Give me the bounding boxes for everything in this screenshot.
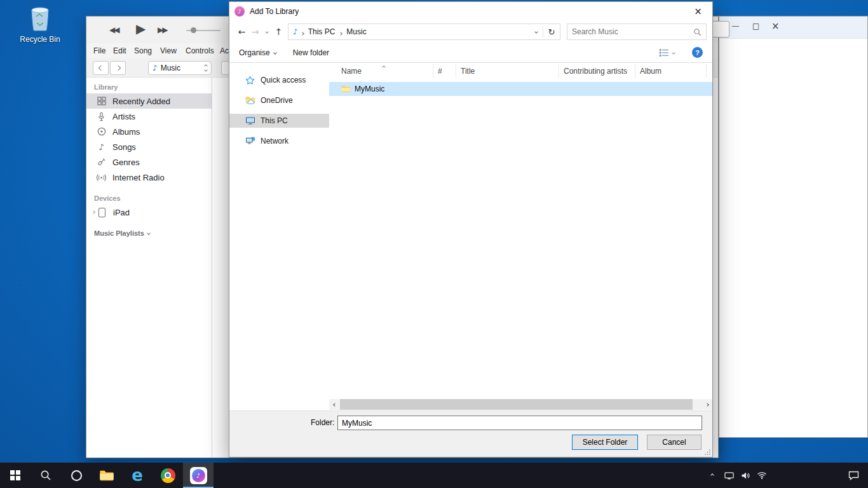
breadcrumb-this-pc[interactable]: This PC xyxy=(307,27,337,36)
recycle-bin[interactable]: Recycle Bin xyxy=(17,5,63,44)
nav-item-quick-access[interactable]: Quick access xyxy=(229,73,329,87)
sidebar-item-recently-added[interactable]: Recently Added xyxy=(86,93,212,109)
sidebar-item-songs[interactable]: ♪ Songs xyxy=(86,139,212,154)
previous-track-button[interactable]: ◀◀ xyxy=(109,25,118,34)
itunes-forward-button[interactable] xyxy=(110,61,126,75)
play-button[interactable]: ▶ xyxy=(136,21,146,36)
refresh-button[interactable]: ↻ xyxy=(543,27,560,37)
address-dropdown-button[interactable] xyxy=(530,30,543,33)
menu-view[interactable]: View xyxy=(160,46,177,55)
folder-icon xyxy=(341,85,351,93)
scrollbar-thumb[interactable] xyxy=(340,399,693,410)
navigation-pane: Quick access OneDrive This PC Network xyxy=(229,64,329,410)
dialog-navigation-bar: ← → ↑ ♪ This PC Music ↻ xyxy=(229,21,712,43)
dialog-titlebar: ♪ Add To Library × xyxy=(229,2,712,21)
sidebar-item-albums[interactable]: Albums xyxy=(86,124,212,139)
itunes-taskbar-button[interactable]: ♪ xyxy=(183,463,214,488)
media-picker[interactable]: ♪ Music xyxy=(148,61,212,75)
music-note-icon: ♪ xyxy=(293,27,298,36)
disclosure-chevron-icon[interactable] xyxy=(90,211,97,214)
volume-knob[interactable] xyxy=(191,27,196,33)
forward-button[interactable]: → xyxy=(248,27,262,37)
network-icon xyxy=(245,137,255,146)
next-track-button[interactable]: ▶▶ xyxy=(158,25,166,34)
wifi-tray-icon[interactable] xyxy=(754,471,770,479)
note-icon: ♪ xyxy=(96,142,107,152)
menu-song[interactable]: Song xyxy=(134,46,152,55)
cancel-button[interactable]: Cancel xyxy=(647,435,702,450)
select-folder-button[interactable]: Select Folder xyxy=(572,435,638,450)
folder-label: Folder: xyxy=(311,418,334,427)
dialog-title: Add To Library xyxy=(250,7,299,16)
column-header-title[interactable]: Title xyxy=(456,64,559,78)
system-tray xyxy=(704,463,868,488)
column-header-contributing-artists[interactable]: Contributing artists xyxy=(559,64,635,78)
up-button[interactable]: ↑ xyxy=(272,27,285,37)
back-button[interactable]: ← xyxy=(235,27,248,37)
column-header-number[interactable]: # xyxy=(433,64,456,78)
volume-tray-icon[interactable] xyxy=(737,471,754,480)
nav-item-network[interactable]: Network xyxy=(229,134,329,148)
taskbar: e ♪ xyxy=(0,463,868,488)
start-button[interactable] xyxy=(0,463,31,488)
menu-account[interactable]: Ac xyxy=(220,46,229,55)
taskbar-search-button[interactable] xyxy=(31,463,61,488)
maximize-button[interactable]: □ xyxy=(752,22,759,30)
background-window-box xyxy=(712,21,729,37)
breadcrumb-music[interactable]: Music xyxy=(345,27,367,36)
add-to-library-dialog: ♪ Add To Library × ← → ↑ ♪ This PC Music… xyxy=(229,1,713,458)
microphone-icon xyxy=(96,112,107,121)
help-button[interactable]: ? xyxy=(692,47,703,58)
menu-file[interactable]: File xyxy=(93,46,105,55)
folder-input[interactable] xyxy=(337,416,702,430)
column-header-name[interactable]: Name xyxy=(329,64,433,78)
dialog-close-button[interactable]: × xyxy=(684,2,712,21)
menu-edit[interactable]: Edit xyxy=(113,46,126,55)
action-center-button[interactable] xyxy=(845,471,862,480)
view-dropdown-icon[interactable] xyxy=(672,51,675,55)
file-row-mymusic[interactable]: MyMusic xyxy=(329,82,712,96)
cortana-icon xyxy=(71,470,82,481)
change-view-icon[interactable] xyxy=(659,48,669,57)
itunes-back-button[interactable] xyxy=(93,61,109,75)
new-folder-button[interactable]: New folder xyxy=(293,48,329,57)
sidebar-item-genres[interactable]: Genres xyxy=(86,154,212,170)
minimize-button[interactable]: — xyxy=(732,22,739,29)
edge-button[interactable]: e xyxy=(122,463,153,488)
menu-controls[interactable]: Controls xyxy=(186,46,214,55)
radio-icon xyxy=(96,173,107,182)
resize-grip[interactable] xyxy=(704,449,711,456)
scroll-right-button[interactable] xyxy=(702,399,712,410)
file-explorer-button[interactable] xyxy=(92,463,122,488)
scroll-left-button[interactable] xyxy=(329,399,340,410)
horizontal-scrollbar[interactable] xyxy=(329,399,712,410)
chrome-button[interactable] xyxy=(153,463,183,488)
search-box[interactable] xyxy=(567,24,707,40)
column-header-album[interactable]: Album xyxy=(635,64,707,78)
nav-item-this-pc[interactable]: This PC xyxy=(229,114,329,128)
address-bar[interactable]: ♪ This PC Music ↻ xyxy=(288,24,560,40)
dialog-footer: Folder: Select Folder Cancel xyxy=(229,410,712,457)
show-hidden-icons-button[interactable] xyxy=(704,474,721,477)
file-list: Name # Title Contributing artists Album … xyxy=(329,64,712,410)
close-button[interactable]: × xyxy=(771,20,780,32)
chevron-right-icon xyxy=(115,65,120,71)
volume-slider[interactable] xyxy=(186,30,220,31)
music-playlists-header[interactable]: Music Playlists xyxy=(94,229,212,237)
sidebar-item-internet-radio[interactable]: Internet Radio xyxy=(86,170,212,185)
nav-item-onedrive[interactable]: OneDrive xyxy=(229,93,329,107)
itunes-icon: ♪ xyxy=(190,467,207,484)
picker-carets-icon xyxy=(205,65,207,71)
recycle-bin-icon xyxy=(28,5,52,32)
devices-section-header: Devices xyxy=(94,194,212,202)
display-tray-icon[interactable] xyxy=(721,471,737,480)
file-name: MyMusic xyxy=(355,85,384,93)
sidebar-item-artists[interactable]: Artists xyxy=(86,109,212,124)
search-input[interactable] xyxy=(572,27,693,36)
organise-button[interactable]: Organise xyxy=(239,48,276,57)
recent-locations-dropdown[interactable] xyxy=(262,30,272,33)
sidebar-item-ipad[interactable]: iPad xyxy=(86,205,212,220)
onedrive-folder-icon xyxy=(245,96,255,105)
breadcrumb-chevron-icon xyxy=(301,26,304,37)
cortana-button[interactable] xyxy=(61,463,92,488)
